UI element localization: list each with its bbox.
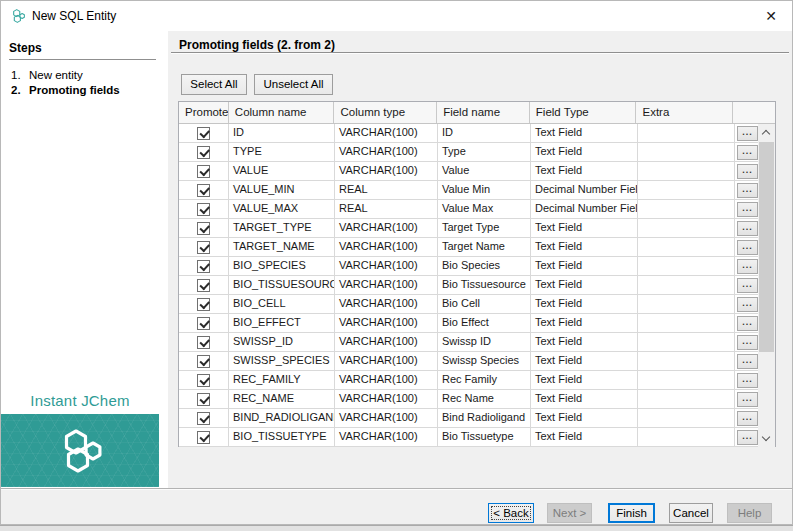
- extra-cell[interactable]: [638, 352, 735, 370]
- column-name-cell: TARGET_TYPE: [229, 219, 335, 237]
- extra-cell[interactable]: [638, 238, 735, 256]
- column-name-cell: BIND_RADIOLIGAND: [229, 409, 335, 427]
- column-type-cell: VARCHAR(100): [335, 238, 438, 256]
- unselect-all-button[interactable]: Unselect All: [254, 74, 333, 95]
- extra-cell[interactable]: [638, 295, 735, 313]
- vertical-scrollbar[interactable]: [758, 124, 775, 447]
- ellipsis-button[interactable]: ...: [737, 354, 758, 369]
- column-header-field-name[interactable]: Field name: [437, 102, 530, 123]
- column-name-cell: ID: [229, 124, 335, 142]
- actions-cell: ...: [735, 428, 760, 446]
- promote-checkbox[interactable]: [197, 317, 210, 330]
- table-row: VALUE_MAXREALValue MaxDecimal Number Fie…: [179, 200, 760, 219]
- promote-checkbox[interactable]: [197, 222, 210, 235]
- column-name-cell: BIO_TISSUETYPE: [229, 428, 335, 446]
- promote-checkbox[interactable]: [197, 203, 210, 216]
- extra-cell[interactable]: [638, 200, 735, 218]
- ellipsis-button[interactable]: ...: [737, 430, 758, 445]
- finish-button[interactable]: Finish: [608, 503, 655, 523]
- promote-checkbox[interactable]: [197, 241, 210, 254]
- ellipsis-button[interactable]: ...: [737, 202, 758, 217]
- promote-checkbox[interactable]: [197, 184, 210, 197]
- promote-cell: [179, 181, 229, 199]
- column-header-field-type[interactable]: Field Type: [530, 102, 637, 123]
- promote-checkbox[interactable]: [197, 298, 210, 311]
- table-row: SWISSP_SPECIESVARCHAR(100)Swissp Species…: [179, 352, 760, 371]
- close-icon[interactable]: ✕: [758, 5, 784, 27]
- ellipsis-button[interactable]: ...: [737, 145, 758, 160]
- extra-cell[interactable]: [638, 143, 735, 161]
- column-header-extra[interactable]: Extra: [636, 102, 733, 123]
- table-row: SWISSP_IDVARCHAR(100)Swissp IDText Field…: [179, 333, 760, 352]
- promote-checkbox[interactable]: [197, 412, 210, 425]
- column-type-cell: VARCHAR(100): [335, 352, 438, 370]
- promote-checkbox[interactable]: [197, 336, 210, 349]
- ellipsis-button[interactable]: ...: [737, 373, 758, 388]
- extra-cell[interactable]: [638, 257, 735, 275]
- promote-checkbox[interactable]: [197, 279, 210, 292]
- table-row: TYPEVARCHAR(100)TypeText Field...: [179, 143, 760, 162]
- step-label: New entity: [29, 68, 83, 83]
- extra-cell[interactable]: [638, 371, 735, 389]
- brand-banner: [1, 414, 159, 487]
- field-name-cell: Bio Cell: [438, 295, 531, 313]
- column-type-cell: VARCHAR(100): [335, 333, 438, 351]
- scroll-up-icon[interactable]: [758, 124, 775, 141]
- step-number: 2.: [11, 83, 29, 98]
- extra-cell[interactable]: [638, 409, 735, 427]
- promote-checkbox[interactable]: [197, 393, 210, 406]
- ellipsis-button[interactable]: ...: [737, 316, 758, 331]
- promote-checkbox[interactable]: [197, 431, 210, 444]
- ellipsis-button[interactable]: ...: [737, 411, 758, 426]
- table-row: VALUE_MINREALValue MinDecimal Number Fie…: [179, 181, 760, 200]
- field-type-cell: Text Field: [531, 238, 638, 256]
- scroll-down-icon[interactable]: [758, 430, 775, 447]
- column-header-promote[interactable]: Promote: [179, 102, 229, 123]
- column-type-cell: VARCHAR(100): [335, 276, 438, 294]
- ellipsis-button[interactable]: ...: [737, 240, 758, 255]
- promote-checkbox[interactable]: [197, 146, 210, 159]
- promote-checkbox[interactable]: [197, 374, 210, 387]
- column-header-column-type[interactable]: Column type: [334, 102, 437, 123]
- promote-checkbox[interactable]: [197, 355, 210, 368]
- ellipsis-button[interactable]: ...: [737, 335, 758, 350]
- ellipsis-button[interactable]: ...: [737, 297, 758, 312]
- column-type-cell: REAL: [335, 200, 438, 218]
- extra-cell[interactable]: [638, 333, 735, 351]
- back-button[interactable]: < Back: [488, 503, 534, 523]
- ellipsis-button[interactable]: ...: [737, 164, 758, 179]
- promote-cell: [179, 409, 229, 427]
- extra-cell[interactable]: [638, 314, 735, 332]
- extra-cell[interactable]: [638, 162, 735, 180]
- column-name-cell: REC_FAMILY: [229, 371, 335, 389]
- extra-cell[interactable]: [638, 219, 735, 237]
- actions-cell: ...: [735, 276, 760, 294]
- extra-cell[interactable]: [638, 390, 735, 408]
- promote-checkbox[interactable]: [197, 127, 210, 140]
- select-all-button[interactable]: Select All: [181, 74, 247, 95]
- ellipsis-button[interactable]: ...: [737, 221, 758, 236]
- extra-cell[interactable]: [638, 124, 735, 142]
- column-type-cell: REAL: [335, 181, 438, 199]
- extra-cell[interactable]: [638, 181, 735, 199]
- step-number: 1.: [11, 68, 29, 83]
- ellipsis-button[interactable]: ...: [737, 183, 758, 198]
- ellipsis-button[interactable]: ...: [737, 278, 758, 293]
- extra-cell[interactable]: [638, 428, 735, 446]
- column-type-cell: VARCHAR(100): [335, 295, 438, 313]
- cancel-button[interactable]: Cancel: [669, 503, 713, 523]
- ellipsis-button[interactable]: ...: [737, 392, 758, 407]
- footer-divider: [1, 488, 792, 489]
- promote-checkbox[interactable]: [197, 165, 210, 178]
- ellipsis-button[interactable]: ...: [737, 126, 758, 141]
- promote-checkbox[interactable]: [197, 260, 210, 273]
- field-type-cell: Text Field: [531, 295, 638, 313]
- column-name-cell: BIO_EFFECT: [229, 314, 335, 332]
- ellipsis-button[interactable]: ...: [737, 259, 758, 274]
- field-name-cell: ID: [438, 124, 531, 142]
- field-name-cell: Swissp Species: [438, 352, 531, 370]
- column-header-column-name[interactable]: Column name: [229, 102, 335, 123]
- scrollbar-thumb[interactable]: [759, 142, 774, 352]
- column-header-actions[interactable]: [733, 102, 775, 123]
- extra-cell[interactable]: [638, 276, 735, 294]
